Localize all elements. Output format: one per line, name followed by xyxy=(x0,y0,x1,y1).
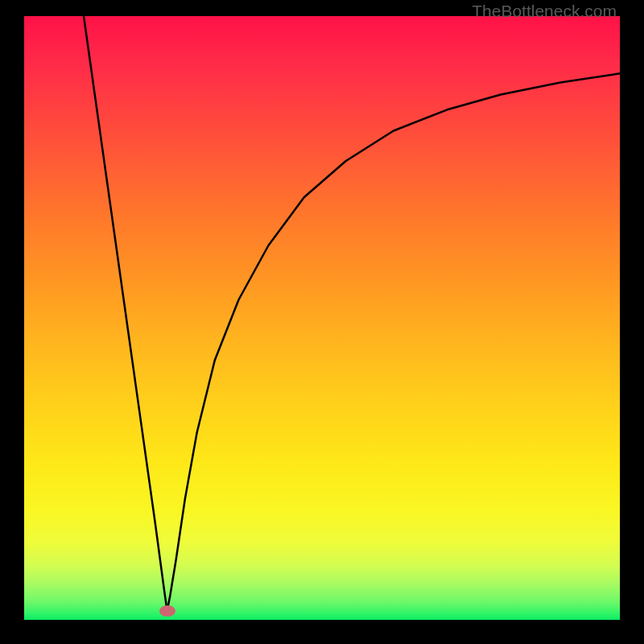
watermark-text: TheBottleneck.com xyxy=(472,2,617,21)
bottleneck-curve xyxy=(24,16,620,620)
chart-container: TheBottleneck.com xyxy=(0,0,644,644)
optimum-marker xyxy=(159,605,175,617)
